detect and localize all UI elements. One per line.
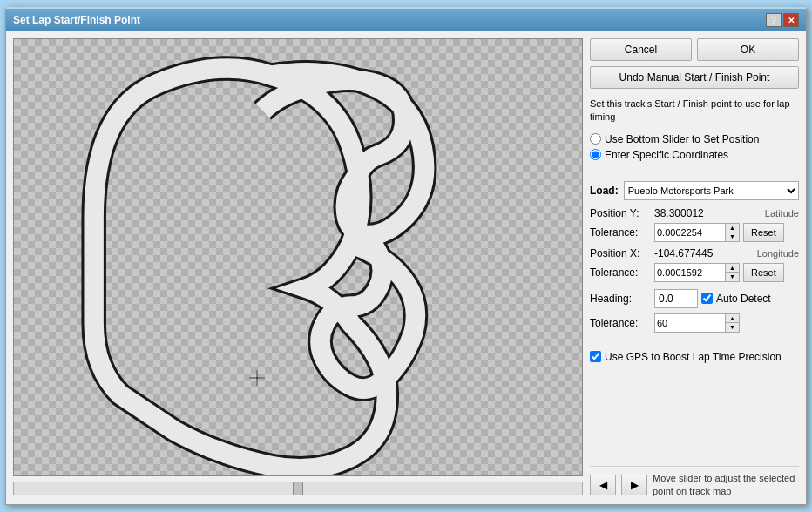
position-y-spin-up[interactable]: ▲ [725, 224, 739, 232]
controls-panel: Cancel OK Undo Manual Start / Finish Poi… [590, 38, 799, 497]
track-canvas [13, 38, 583, 476]
heading-spin-buttons: ▲ ▼ [725, 314, 739, 332]
position-x-value: -104.677445 [654, 247, 752, 259]
radio-coords-input[interactable] [590, 149, 601, 160]
heading-spin-up[interactable]: ▲ [725, 314, 739, 323]
heading-input[interactable] [654, 289, 698, 308]
position-x-section: Position X: -104.677445 Longitude Tolera… [590, 247, 799, 282]
undo-button[interactable]: Undo Manual Start / Finish Point [590, 66, 799, 89]
bottom-controls: ◀ ▶ Move slider to adjust the selected p… [590, 466, 799, 497]
position-x-spin-buttons: ▲ ▼ [725, 264, 739, 281]
load-label: Load: [590, 185, 619, 197]
position-y-spin-buttons: ▲ ▼ [725, 224, 739, 241]
slider-row [13, 480, 583, 497]
move-text: Move slider to adjust the selected point… [653, 472, 799, 497]
prev-button[interactable]: ◀ [590, 475, 616, 495]
track-svg [14, 39, 582, 475]
auto-detect-wrapper: Auto Detect [701, 293, 771, 305]
main-dialog: Set Lap Start/Finish Point ? ✕ [5, 7, 807, 505]
position-x-row: Position X: -104.677445 Longitude [590, 247, 799, 259]
divider-2 [590, 340, 799, 340]
divider-1 [590, 172, 799, 172]
heading-tolerance-spinner: ▲ ▼ [654, 313, 740, 333]
position-x-tolerance-spinner: ▲ ▼ [654, 263, 740, 282]
auto-detect-checkbox[interactable] [701, 293, 713, 304]
radio-group: Use Bottom Slider to Set Position Enter … [590, 133, 799, 161]
ok-button[interactable]: OK [697, 38, 799, 61]
radio-slider-label: Use Bottom Slider to Set Position [605, 133, 759, 145]
position-x-label: Position X: [590, 247, 651, 259]
close-button[interactable]: ✕ [783, 13, 799, 27]
position-x-spin-down[interactable]: ▼ [725, 273, 739, 281]
cancel-button[interactable]: Cancel [590, 38, 692, 61]
position-y-section: Position Y: 38.300012 Latitude Tolerance… [590, 207, 799, 242]
heading-tolerance-input[interactable] [655, 314, 725, 332]
help-button[interactable]: ? [766, 13, 782, 27]
position-x-reset-button[interactable]: Reset [743, 263, 784, 282]
heading-row: Heading: Auto Detect [590, 289, 799, 308]
position-y-spin-down[interactable]: ▼ [725, 232, 739, 241]
auto-detect-label: Auto Detect [716, 293, 771, 305]
cancel-ok-row: Cancel OK [590, 38, 799, 61]
description-text: Set this track's Start / Finish point to… [590, 98, 799, 125]
gps-checkbox[interactable] [590, 351, 601, 362]
position-y-tolerance-label: Tolerance: [590, 226, 651, 239]
position-x-tolerance-input[interactable] [655, 264, 725, 281]
radio-slider-option[interactable]: Use Bottom Slider to Set Position [590, 133, 799, 145]
radio-slider-input[interactable] [590, 133, 601, 145]
load-row: Load: Pueblo Motorsports Park [590, 181, 799, 200]
position-x-tolerance-row: Tolerance: ▲ ▼ Reset [590, 263, 799, 282]
position-y-unit: Latitude [755, 208, 799, 219]
dialog-body: Cancel OK Undo Manual Start / Finish Poi… [6, 31, 806, 504]
position-y-tolerance-input[interactable] [655, 224, 725, 241]
position-y-row: Position Y: 38.300012 Latitude [590, 207, 799, 219]
position-y-reset-button[interactable]: Reset [743, 223, 784, 242]
position-x-unit: Longitude [755, 248, 799, 259]
position-x-tolerance-label: Tolerance: [590, 266, 651, 279]
heading-tolerance-row: Tolerance: ▲ ▼ [590, 313, 799, 333]
title-bar: Set Lap Start/Finish Point ? ✕ [6, 9, 806, 31]
gps-label: Use GPS to Boost Lap Time Precision [605, 351, 782, 363]
position-x-spin-up[interactable]: ▲ [725, 264, 739, 273]
radio-coords-option[interactable]: Enter Specific Coordinates [590, 149, 799, 161]
position-y-label: Position Y: [590, 207, 651, 219]
position-y-tolerance-spinner: ▲ ▼ [654, 223, 740, 242]
track-panel [13, 38, 583, 497]
load-select[interactable]: Pueblo Motorsports Park [624, 181, 799, 200]
dialog-title: Set Lap Start/Finish Point [13, 14, 140, 26]
heading-label: Heading: [590, 293, 651, 305]
gps-row: Use GPS to Boost Lap Time Precision [590, 351, 799, 363]
heading-spin-down[interactable]: ▼ [725, 323, 739, 332]
radio-coords-label: Enter Specific Coordinates [605, 149, 728, 161]
position-slider[interactable] [13, 482, 583, 495]
position-y-tolerance-row: Tolerance: ▲ ▼ Reset [590, 223, 799, 242]
title-bar-buttons: ? ✕ [766, 13, 799, 27]
next-button[interactable]: ▶ [621, 475, 647, 495]
position-y-value: 38.300012 [654, 207, 752, 219]
heading-tolerance-label: Tolerance: [590, 317, 651, 329]
crosshair-marker [249, 370, 265, 386]
